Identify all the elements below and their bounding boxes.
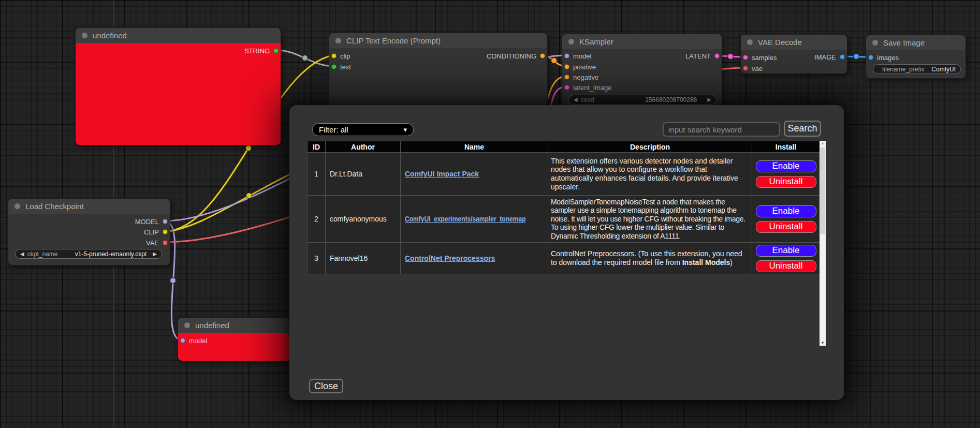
link-dot	[551, 58, 557, 64]
input-slot-model[interactable]: model	[180, 337, 207, 344]
node-collapse-dot-icon[interactable]	[872, 40, 878, 46]
widget-value[interactable]: ComfyUI	[931, 66, 956, 73]
input-slot-samples[interactable]: samples	[743, 54, 777, 61]
output-slot-vae[interactable]: VAE	[146, 239, 168, 246]
cell-id: 3	[308, 243, 326, 274]
input-slot-positive[interactable]: positive	[564, 63, 596, 70]
search-button[interactable]: Search	[784, 121, 821, 137]
output-dot-image[interactable]	[840, 54, 845, 60]
input-slot-vae[interactable]: vae	[743, 65, 763, 72]
input-slot-clip[interactable]: clip	[331, 52, 350, 60]
filter-select[interactable]: Filter: all ▾	[312, 123, 414, 136]
node-title-bar[interactable]: CLIP Text Encode (Prompt)	[329, 33, 547, 48]
input-dot-samples[interactable]	[743, 55, 748, 60]
table-row: 1 Dr.Lt.Data ComfyUI Impact Pack This ex…	[308, 153, 820, 196]
output-slot-conditioning[interactable]: CONDITIONING	[487, 52, 545, 60]
seed-widget[interactable]: ◀ seed 156680208700286 ▶	[568, 95, 716, 105]
enable-button[interactable]: Enable	[756, 245, 816, 257]
extension-link[interactable]: ComfyUI Impact Pack	[405, 170, 479, 178]
link-dot	[246, 145, 252, 151]
enable-button[interactable]: Enable	[756, 205, 816, 217]
scroll-up-icon[interactable]: ▲	[820, 141, 826, 145]
input-dot-positive[interactable]	[564, 64, 569, 69]
widget-value[interactable]: 156680208700286	[645, 96, 697, 104]
node-title: VAE Decode	[758, 38, 802, 47]
filename-prefix-widget[interactable]: filename_prefix ComfyUI	[873, 64, 961, 74]
decrement-arrow-icon[interactable]: ◀	[574, 97, 578, 102]
output-slot-string[interactable]: STRING	[244, 47, 279, 54]
search-input[interactable]	[663, 122, 780, 137]
slot-label: latent_image	[573, 84, 611, 92]
input-slot-text[interactable]: text	[331, 63, 351, 70]
node-load-checkpoint[interactable]: Load Checkpoint MODEL CLIP VAE ◀ ckpt_na…	[8, 198, 170, 265]
cell-description: ControlNet Preprocessors. (To use this e…	[548, 243, 752, 274]
widget-value[interactable]: v1-5-pruned-emaonly.ckpt	[75, 250, 147, 258]
output-dot-conditioning[interactable]	[540, 53, 545, 58]
scrollbar-thumb[interactable]	[820, 147, 825, 234]
node-collapse-dot-icon[interactable]	[568, 39, 574, 45]
node-undefined-top[interactable]: undefined STRING	[75, 27, 281, 145]
node-title: CLIP Text Encode (Prompt)	[346, 36, 441, 45]
increment-arrow-icon[interactable]: ▶	[707, 97, 711, 102]
slot-label: positive	[573, 63, 596, 71]
node-title: KSampler	[579, 37, 613, 46]
header-name: Name	[401, 141, 548, 153]
cell-install: Enable Uninstall	[752, 153, 820, 196]
node-title-bar[interactable]: Save Image	[866, 35, 966, 50]
ckpt-name-widget[interactable]: ◀ ckpt_name v1-5-pruned-emaonly.ckpt ▶	[15, 249, 162, 259]
input-dot-model[interactable]	[180, 338, 185, 343]
input-dot-clip[interactable]	[331, 53, 337, 58]
input-dot-model[interactable]	[564, 53, 569, 58]
node-title-bar[interactable]: undefined	[76, 28, 281, 43]
node-title-bar[interactable]: KSampler	[562, 34, 722, 49]
output-dot-string[interactable]	[273, 48, 279, 53]
slot-label: IMAGE	[814, 53, 836, 61]
prev-arrow-icon[interactable]: ◀	[20, 251, 24, 257]
extension-table-scroll-area[interactable]: ID Author Name Description Install 1 Dr.…	[307, 141, 826, 346]
slot-label: VAE	[146, 239, 159, 247]
input-slot-negative[interactable]: negative	[564, 73, 598, 81]
output-slot-image[interactable]: IMAGE	[814, 53, 845, 61]
node-collapse-dot-icon[interactable]	[184, 322, 190, 328]
input-dot-latent-image[interactable]	[564, 85, 569, 90]
input-slot-model[interactable]: model	[564, 52, 591, 60]
input-dot-vae[interactable]	[743, 66, 748, 71]
output-slot-latent[interactable]: LATENT	[685, 52, 720, 60]
output-slot-model[interactable]: MODEL	[135, 218, 168, 225]
uninstall-button[interactable]: Uninstall	[756, 260, 816, 272]
extension-link[interactable]: ComfyUI_experiments/sampler_tonemap	[405, 215, 526, 223]
link-dot	[246, 193, 252, 199]
node-collapse-dot-icon[interactable]	[335, 38, 341, 43]
input-slot-latent-image[interactable]: latent_image	[564, 84, 611, 91]
node-save-image[interactable]: Save Image images filename_prefix ComfyU…	[866, 35, 966, 79]
vertical-scrollbar[interactable]: ▲ ▼	[820, 141, 826, 346]
node-title-bar[interactable]: VAE Decode	[741, 35, 847, 50]
enable-button[interactable]: Enable	[756, 160, 816, 172]
close-button[interactable]: Close	[309, 379, 343, 393]
input-dot-text[interactable]	[331, 64, 337, 69]
node-collapse-dot-icon[interactable]	[82, 33, 87, 38]
node-collapse-dot-icon[interactable]	[747, 39, 753, 45]
output-dot-vae[interactable]	[163, 240, 168, 245]
input-slot-images[interactable]: images	[868, 54, 899, 61]
next-arrow-icon[interactable]: ▶	[153, 251, 157, 257]
cell-id: 2	[308, 196, 326, 243]
output-dot-model[interactable]	[163, 219, 168, 224]
input-dot-negative[interactable]	[564, 75, 569, 80]
scroll-down-icon[interactable]: ▼	[820, 341, 826, 345]
table-row: 3 Fannovel16 ControlNet Preprocessors Co…	[308, 243, 820, 274]
node-vae-decode[interactable]: VAE Decode samples vae IMAGE	[740, 34, 847, 74]
uninstall-button[interactable]: Uninstall	[756, 176, 816, 188]
comfyui-canvas[interactable]: undefined STRING CLIP Text Encode (Promp…	[0, 0, 980, 428]
node-body: MODEL CLIP VAE ◀ ckpt_name v1-5-pruned-e…	[8, 214, 170, 265]
node-body: samples vae IMAGE	[741, 50, 847, 73]
output-slot-clip[interactable]: CLIP	[144, 228, 168, 235]
node-title-bar[interactable]: Load Checkpoint	[8, 199, 170, 214]
output-dot-latent[interactable]	[714, 53, 720, 58]
extension-link[interactable]: ControlNet Preprocessors	[405, 254, 495, 262]
input-dot-images[interactable]	[868, 55, 873, 60]
uninstall-button[interactable]: Uninstall	[756, 221, 816, 233]
node-title: Load Checkpoint	[25, 202, 84, 211]
output-dot-clip[interactable]	[163, 229, 168, 234]
node-collapse-dot-icon[interactable]	[14, 203, 20, 209]
